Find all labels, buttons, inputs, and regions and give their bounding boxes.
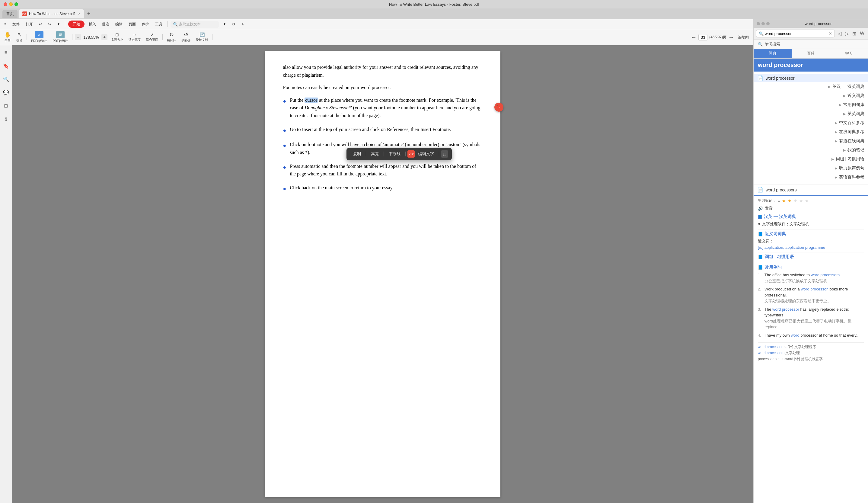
tab-dict[interactable]: 词典 (754, 49, 792, 58)
near-syn-content: [n.] application, application programme (758, 245, 864, 250)
zh-baike-section[interactable]: ▶ 中文百科参考 (754, 119, 868, 127)
rotate-tool[interactable]: 🔄 旋转文档 (194, 32, 210, 43)
actual-size-tool[interactable]: ⊞ 实际大小 (109, 32, 125, 43)
share-button[interactable]: ⬆ (55, 21, 62, 27)
zh-en-arrow: ▶ (828, 85, 830, 89)
fit-width-tool[interactable]: ↔ 适合宽度 (127, 32, 143, 43)
near-syn-section[interactable]: ▶ 近义词典 (754, 91, 868, 100)
current-page[interactable]: 33 (699, 34, 707, 40)
context-underline[interactable]: 下划线 (386, 150, 404, 158)
zoom-value[interactable]: 178.55% (82, 35, 100, 40)
minimize-button[interactable] (9, 2, 13, 6)
sidebar-icon-bookmark[interactable]: 🔖 (1, 61, 11, 71)
protect-button[interactable]: 保护 (140, 21, 151, 28)
edit-button[interactable]: 编辑 (113, 21, 124, 28)
star4[interactable]: ★ (799, 198, 803, 203)
star3[interactable]: ★ (794, 198, 797, 203)
dict-next-button[interactable]: ▷ (844, 30, 850, 37)
clockwise-tool[interactable]: ↻ 顺时针 (165, 31, 178, 43)
pdf-to-img-label: PDF转图片 (53, 39, 68, 43)
bookmark-button[interactable]: 🔖 (494, 103, 504, 112)
fit-page-tool[interactable]: ⤢ 适合页面 (144, 32, 160, 43)
insert-button[interactable]: 插入 (87, 21, 98, 28)
tab-close-button[interactable]: ✕ (78, 12, 81, 16)
sidebar-icon-comment[interactable]: 💬 (1, 88, 11, 97)
zh-en-dict-section[interactable]: ▶ 英汉 — 汉英词典 (754, 82, 868, 91)
idioms-icon: 📘 (758, 255, 763, 259)
search-placeholder[interactable]: 点此查找文本 (179, 22, 201, 27)
hand-tool[interactable]: ✋ 手型 (2, 31, 13, 43)
bullet-item-1: ● Put the cursor at the place where you … (283, 96, 482, 120)
context-menu: 复制 高亮 下划线 VIP 编辑文字 ⬚ (347, 148, 452, 160)
idioms-section[interactable]: ▶ 词组 | 习惯用语 (754, 155, 868, 164)
youdao-section[interactable]: ▶ 有道在线词典 (754, 136, 868, 145)
dict-close-button[interactable] (757, 22, 760, 25)
page-button[interactable]: 页面 (127, 21, 138, 28)
main-entry-group[interactable]: 📄 word processor (754, 74, 868, 82)
dict-prev-button[interactable]: ◁ (837, 30, 843, 37)
context-copy[interactable]: 复制 (350, 150, 364, 158)
tab-study[interactable]: 学习 (830, 49, 868, 58)
audio-section[interactable]: ▶ 听力原声例句 (754, 164, 868, 173)
counter-clockwise-tool[interactable]: ↺ 逆时针 (179, 31, 192, 43)
en-baike-section[interactable]: ▶ 英语百科参考 (754, 173, 868, 182)
dict-grid-button[interactable]: ⊞ (851, 30, 857, 37)
share2-button[interactable]: ⬆ (221, 21, 228, 27)
bullet-dot-1: ● (283, 97, 287, 106)
speaker-icon[interactable]: 🔊 (758, 206, 763, 211)
sidebar-icon-info[interactable]: ℹ (1, 114, 11, 124)
sidebar-icon-search[interactable]: 🔍 (1, 74, 11, 84)
dict-clear-button[interactable]: ✕ (828, 31, 832, 36)
tab-pdf[interactable]: PDF How To Write ...er, Steve.pdf ✕ (19, 9, 84, 18)
word-processors-entry[interactable]: 📄 word processors (754, 184, 868, 194)
dict-search-input[interactable] (765, 31, 827, 36)
dict-wiki-button[interactable]: W (859, 30, 866, 37)
page-total: (46/297)页 (709, 35, 726, 40)
open-button[interactable]: 打开 (24, 21, 35, 28)
new-tab-button[interactable]: + (85, 11, 92, 17)
fullscreen-button[interactable] (14, 2, 18, 6)
tab-baike[interactable]: 百科 (792, 49, 830, 58)
file-button[interactable]: 文件 (11, 21, 21, 28)
dict-minimize-button[interactable] (762, 22, 765, 25)
wp-subentry-3: processor status word [计] 处理机状态字 (758, 357, 864, 362)
online-dict-section[interactable]: ▶ 在线词典参考 (754, 127, 868, 136)
next-page-button[interactable]: → (728, 34, 734, 41)
dict-expand-button[interactable] (766, 22, 769, 25)
pdf-to-word-tool[interactable]: W PDF转Word (29, 31, 49, 44)
context-highlight[interactable]: 高亮 (368, 150, 382, 158)
star2[interactable]: ★ (788, 198, 792, 203)
start-button[interactable]: 开始 (68, 21, 84, 28)
star1[interactable]: ★ (782, 198, 786, 203)
collapse-button[interactable]: ∧ (240, 21, 246, 27)
menu-button[interactable]: ≡ (2, 21, 8, 27)
close-button[interactable] (4, 2, 7, 6)
select-tool[interactable]: ↖ 选择 (14, 31, 24, 43)
tools-button[interactable]: 工具 (153, 21, 164, 28)
context-edit-text[interactable]: 编辑文字 (415, 150, 437, 158)
pdf-to-img-tool[interactable]: 🖼 PDF转图片 (51, 31, 70, 44)
tab-home[interactable]: 首页 (2, 10, 18, 18)
en-dict-section[interactable]: ▶ 英英词典 (754, 109, 868, 119)
redo-button[interactable]: ↪ (46, 21, 53, 27)
settings-button[interactable]: ⚙ (230, 21, 237, 27)
sidebar-icon-menu[interactable]: ≡ (1, 48, 11, 58)
star5[interactable]: ★ (805, 198, 809, 203)
sidebar-icon-layers[interactable]: ⊞ (1, 101, 11, 111)
bullet-text-2: Go to Insert at the top of your screen a… (290, 126, 482, 133)
common-examples-section[interactable]: ▶ 常用例句库 (754, 100, 868, 109)
my-notes-section[interactable]: ▶ 我的笔记 (754, 145, 868, 155)
pdf-to-img-icon: 🖼 (56, 31, 65, 38)
pdf-tab-icon: PDF (22, 11, 27, 16)
zoom-out-button[interactable]: − (75, 34, 81, 40)
undo-button[interactable]: ↩ (37, 21, 44, 27)
zh-en-label: 英汉 — 汉英词典 (833, 84, 864, 89)
entry-file-icon: 📄 (757, 75, 763, 81)
prev-page-button[interactable]: ← (691, 34, 696, 41)
context-screenshot-icon[interactable]: ⬚ (441, 150, 448, 157)
comment-button[interactable]: 批注 (100, 21, 111, 28)
idioms-header: 📘 词组 | 习惯用语 (758, 254, 864, 260)
continuous-read-button[interactable]: 连续阅 (736, 34, 751, 40)
zoom-in-button[interactable]: + (101, 34, 107, 40)
dict-nav-buttons: ◁ ▷ ⊞ W (837, 30, 866, 37)
